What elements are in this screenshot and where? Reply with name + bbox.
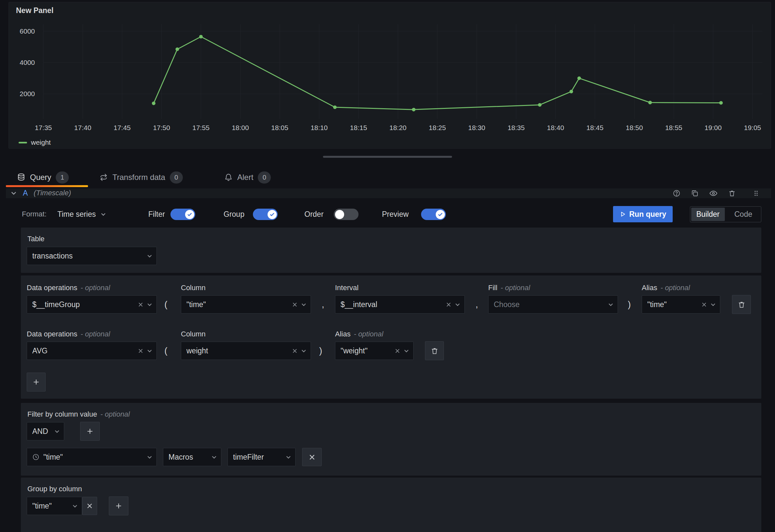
legend-label: weight bbox=[31, 138, 51, 146]
mode-builder-button[interactable]: Builder bbox=[691, 208, 725, 221]
query-ref-id[interactable]: A bbox=[23, 189, 28, 197]
svg-text:17:40: 17:40 bbox=[74, 124, 92, 131]
fill-select[interactable]: Choose bbox=[488, 295, 618, 314]
query-ref-row: A (Timescale) bbox=[6, 188, 771, 198]
groupby-label: Group by column bbox=[27, 485, 82, 493]
tab-alert-label: Alert bbox=[237, 173, 253, 182]
alias-select[interactable]: "weight" bbox=[335, 342, 414, 360]
tab-query-badge: 1 bbox=[56, 171, 69, 183]
order-toggle[interactable] bbox=[334, 208, 358, 220]
svg-text:18:05: 18:05 bbox=[271, 124, 288, 131]
chevron-down-icon[interactable] bbox=[10, 190, 17, 196]
svg-text:18:45: 18:45 bbox=[586, 124, 604, 131]
plus-icon bbox=[32, 378, 40, 386]
bell-icon bbox=[224, 173, 233, 181]
column-select[interactable]: "time" bbox=[181, 295, 311, 314]
order-toggle-label: Order bbox=[304, 205, 323, 223]
clear-icon[interactable] bbox=[292, 348, 297, 354]
trash-icon[interactable] bbox=[728, 189, 736, 197]
drag-handle-icon[interactable] bbox=[752, 189, 760, 197]
chevron-down-icon bbox=[608, 302, 614, 308]
clear-icon[interactable] bbox=[395, 348, 400, 354]
add-groupby-button[interactable] bbox=[109, 496, 128, 515]
chevron-down-icon bbox=[710, 302, 716, 308]
clock-icon bbox=[32, 453, 39, 461]
svg-text:17:55: 17:55 bbox=[192, 124, 209, 131]
tab-query[interactable]: Query 1 bbox=[17, 168, 69, 186]
tab-transform-data[interactable]: Transform data 0 bbox=[99, 168, 183, 186]
interval-label: Interval bbox=[335, 284, 358, 292]
interval-select[interactable]: $__interval bbox=[335, 295, 465, 314]
eye-icon[interactable] bbox=[709, 189, 718, 197]
clear-icon[interactable] bbox=[446, 302, 452, 308]
format-value: Time series bbox=[57, 210, 96, 219]
column-label: Column bbox=[181, 330, 206, 338]
filter-macros-select[interactable]: Macros bbox=[163, 448, 221, 466]
filter-column-select[interactable]: "time" bbox=[27, 448, 157, 466]
duplicate-icon[interactable] bbox=[691, 189, 699, 197]
comma: , bbox=[318, 295, 328, 314]
filter-operator-select[interactable]: AND bbox=[27, 422, 64, 440]
svg-text:19:00: 19:00 bbox=[705, 124, 722, 131]
select-section: Data operations- optional Column Interva… bbox=[21, 276, 761, 399]
filter-toggle[interactable] bbox=[170, 208, 195, 220]
panel-resize-handle[interactable] bbox=[323, 156, 452, 158]
chart-legend[interactable]: weight bbox=[19, 138, 51, 146]
groupby-column-select[interactable]: "time" bbox=[27, 497, 82, 515]
add-filter-button[interactable] bbox=[80, 422, 100, 441]
tab-query-label: Query bbox=[30, 173, 51, 182]
chevron-down-icon bbox=[147, 348, 152, 354]
preview-toggle[interactable] bbox=[421, 208, 446, 220]
remove-groupby-button[interactable] bbox=[82, 497, 97, 515]
remove-filter-button[interactable] bbox=[302, 448, 322, 466]
filter-toggle-label: Filter bbox=[148, 205, 165, 223]
timeseries-chart[interactable]: 17:3517:4017:4517:5017:5518:0018:0518:10… bbox=[9, 2, 771, 148]
filter-macro-value-select[interactable]: timeFilter bbox=[227, 448, 295, 466]
run-query-button[interactable]: Run query bbox=[613, 206, 673, 222]
chevron-down-icon bbox=[72, 503, 78, 509]
table-select[interactable]: transactions bbox=[27, 247, 157, 265]
svg-text:19:05: 19:05 bbox=[744, 124, 761, 131]
svg-text:18:10: 18:10 bbox=[310, 124, 328, 131]
chevron-down-icon bbox=[301, 302, 307, 308]
database-icon bbox=[17, 173, 25, 181]
clear-icon[interactable] bbox=[138, 302, 143, 308]
panel-title: New Panel bbox=[16, 6, 53, 15]
add-operation-button[interactable] bbox=[27, 373, 46, 392]
trash-icon bbox=[431, 347, 439, 355]
svg-text:17:35: 17:35 bbox=[35, 124, 52, 131]
help-icon[interactable] bbox=[673, 189, 681, 197]
svg-text:18:00: 18:00 bbox=[232, 124, 249, 131]
remove-row-button[interactable] bbox=[425, 341, 444, 360]
chevron-down-icon bbox=[147, 454, 152, 460]
column-label: Column bbox=[181, 284, 206, 292]
filter-section-label: Filter by column value- optional bbox=[27, 410, 130, 419]
query-datasource-label: (Timescale) bbox=[34, 189, 71, 197]
svg-text:17:50: 17:50 bbox=[153, 124, 170, 131]
tab-alert[interactable]: Alert 0 bbox=[224, 168, 271, 186]
comma: , bbox=[472, 295, 482, 314]
aggregation-select[interactable]: AVG bbox=[27, 342, 157, 360]
chevron-down-icon bbox=[455, 302, 461, 308]
group-toggle-label: Group bbox=[223, 205, 244, 223]
clear-icon[interactable] bbox=[292, 302, 297, 308]
svg-text:4000: 4000 bbox=[20, 59, 35, 66]
chevron-down-icon bbox=[100, 211, 106, 217]
group-toggle[interactable] bbox=[253, 208, 278, 220]
grafana-panel-editor: { "panel": { "title": "New Panel" }, "ch… bbox=[0, 0, 775, 532]
trash-icon bbox=[738, 301, 746, 309]
table-label: Table bbox=[27, 235, 45, 243]
table-section: Table transactions bbox=[21, 227, 761, 273]
plus-icon bbox=[114, 502, 123, 510]
aggregation-select[interactable]: $__timeGroup bbox=[27, 295, 157, 314]
clear-icon[interactable] bbox=[138, 348, 143, 354]
format-select[interactable]: Time series bbox=[57, 205, 106, 223]
remove-row-button[interactable] bbox=[732, 295, 751, 314]
chevron-down-icon bbox=[285, 454, 291, 460]
column-select[interactable]: weight bbox=[181, 342, 311, 360]
svg-text:2000: 2000 bbox=[20, 90, 35, 97]
alias-select[interactable]: "time" bbox=[642, 295, 720, 314]
close-icon bbox=[308, 454, 315, 461]
clear-icon[interactable] bbox=[701, 302, 707, 308]
mode-code-button[interactable]: Code bbox=[727, 208, 760, 221]
